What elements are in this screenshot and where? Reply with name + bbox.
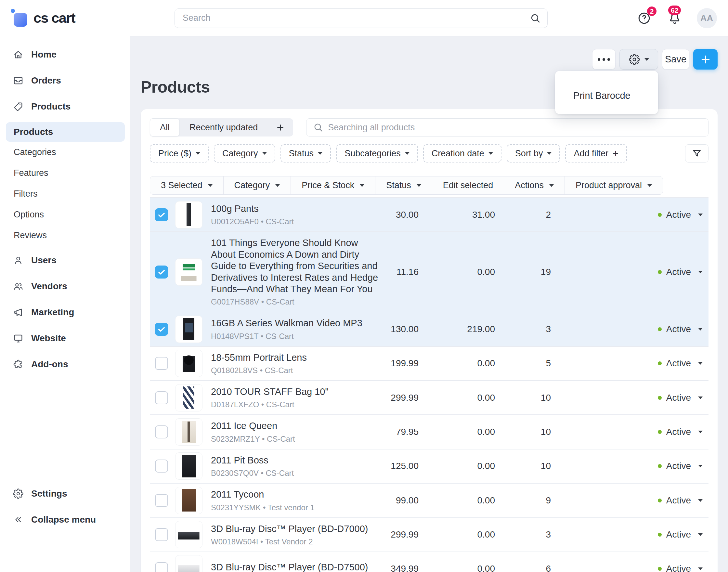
bulk-action-segment[interactable]: Actions [504, 176, 565, 194]
sidebar-item-collapse-menu[interactable]: Collapse menu [0, 507, 130, 533]
product-price[interactable]: 299.99 [380, 392, 419, 403]
bulk-action-segment[interactable]: Status [375, 176, 432, 194]
add-tab-button[interactable] [268, 118, 293, 137]
product-status-dropdown[interactable]: Active [658, 358, 703, 368]
sidebar-item-marketing[interactable]: Marketing [0, 299, 130, 325]
product-list-price[interactable]: 0.00 [419, 564, 495, 572]
add-product-button[interactable] [693, 49, 718, 70]
product-quantity[interactable]: 6 [495, 564, 551, 572]
product-list-price[interactable]: 219.00 [419, 324, 495, 335]
product-list-price[interactable]: 0.00 [419, 461, 495, 471]
product-status-dropdown[interactable]: Active [658, 392, 703, 403]
help-button[interactable]: 2 [636, 10, 652, 26]
filter-chip[interactable]: Creation date [423, 144, 502, 162]
sidebar-item-vendors[interactable]: Vendors [0, 273, 130, 299]
product-name[interactable]: 2011 Ice Queen [211, 420, 380, 432]
brand-logo[interactable]: cs cart [0, 0, 130, 28]
avatar[interactable]: AA [697, 8, 717, 28]
product-status-dropdown[interactable]: Active [658, 495, 703, 506]
more-actions-button[interactable] [592, 49, 615, 70]
product-image[interactable] [175, 384, 203, 412]
sidebar-subitem[interactable]: Categories [6, 142, 125, 162]
product-status-dropdown[interactable]: Active [658, 324, 703, 335]
row-checkbox[interactable] [155, 266, 168, 279]
product-image[interactable] [175, 315, 203, 343]
sidebar-subitem[interactable]: Options [6, 204, 125, 225]
product-price[interactable]: 299.99 [380, 529, 419, 540]
product-price[interactable]: 349.99 [380, 564, 419, 572]
sidebar-subitem[interactable]: Reviews [6, 225, 125, 246]
sidebar-item-home[interactable]: Home [0, 42, 130, 68]
product-image[interactable] [175, 418, 203, 445]
product-name[interactable]: 3D Blu-ray Disc™ Player (BD-D7000) [211, 523, 380, 534]
product-status-dropdown[interactable]: Active [658, 529, 703, 540]
sidebar-subitem[interactable]: Filters [6, 183, 125, 204]
product-price[interactable]: 30.00 [380, 210, 419, 220]
product-price[interactable]: 11.16 [380, 267, 419, 277]
product-quantity[interactable]: 2 [495, 210, 551, 220]
product-status-dropdown[interactable]: Active [658, 427, 703, 437]
product-name[interactable]: 2010 TOUR STAFF Bag 10" [211, 386, 380, 398]
sidebar-item-website[interactable]: Website [0, 325, 130, 351]
product-image[interactable] [175, 521, 203, 548]
product-list-price[interactable]: 0.00 [419, 358, 495, 368]
product-price[interactable]: 79.95 [380, 427, 419, 437]
product-image[interactable] [175, 452, 203, 480]
product-name[interactable]: 100g Pants [211, 203, 380, 214]
product-name[interactable]: 101 Things Everyone Should Know About Ec… [211, 237, 380, 295]
product-name[interactable]: 2011 Tycoon [211, 489, 380, 500]
sidebar-subitem[interactable]: Features [6, 162, 125, 183]
global-search-input[interactable] [174, 8, 548, 28]
product-list-price[interactable]: 0.00 [419, 267, 495, 277]
product-price[interactable]: 99.00 [380, 495, 419, 506]
product-list-price[interactable]: 31.00 [419, 210, 495, 220]
product-status-dropdown[interactable]: Active [658, 564, 703, 572]
menu-item-print-barcode[interactable]: Print Barocde [555, 82, 658, 109]
product-list-price[interactable]: 0.00 [419, 392, 495, 403]
save-button[interactable]: Save [662, 49, 689, 70]
product-image[interactable] [175, 259, 203, 286]
row-checkbox[interactable] [155, 208, 168, 221]
product-quantity[interactable]: 19 [495, 267, 551, 277]
sidebar-subitem-products-active[interactable]: Products [6, 122, 125, 142]
product-price[interactable]: 130.00 [380, 324, 419, 335]
filter-chip[interactable]: Sort by [507, 144, 560, 162]
product-name[interactable]: 3D Blu-ray Disc™ Player (BD-D7500) [211, 562, 380, 572]
product-list-price[interactable]: 0.00 [419, 529, 495, 540]
sidebar-item-users[interactable]: Users [0, 247, 130, 273]
bulk-action-segment[interactable]: Product approval [565, 176, 663, 194]
row-checkbox[interactable] [155, 494, 168, 507]
bulk-action-segment[interactable]: Category [224, 176, 291, 194]
filter-chip[interactable]: Add filter + [565, 144, 627, 162]
products-search-input[interactable] [306, 118, 709, 137]
product-price[interactable]: 199.99 [380, 358, 419, 368]
product-image[interactable] [175, 555, 203, 572]
product-quantity[interactable]: 10 [495, 392, 551, 403]
advanced-filter-button[interactable] [685, 144, 709, 162]
product-list-price[interactable]: 0.00 [419, 495, 495, 506]
filter-chip[interactable]: Subcategories [336, 144, 418, 162]
filter-chip[interactable]: Category [214, 144, 275, 162]
notifications-button[interactable]: 62 [667, 10, 682, 26]
product-name[interactable]: 16GB A Series Walkman Video MP3 [211, 317, 380, 329]
product-status-dropdown[interactable]: Active [658, 210, 703, 220]
product-quantity[interactable]: 5 [495, 358, 551, 368]
filter-chip[interactable]: Status [281, 144, 331, 162]
product-quantity[interactable]: 10 [495, 427, 551, 437]
filter-chip[interactable]: Price ($) [150, 144, 209, 162]
bulk-action-segment[interactable]: Edit selected [432, 176, 504, 194]
product-name[interactable]: 2011 Pit Boss [211, 455, 380, 466]
tab-all[interactable]: All [150, 118, 180, 137]
product-status-dropdown[interactable]: Active [658, 267, 703, 277]
product-image[interactable] [175, 350, 203, 377]
bulk-action-segment[interactable]: 3 Selected [150, 176, 224, 194]
product-image[interactable] [175, 487, 203, 514]
product-status-dropdown[interactable]: Active [658, 461, 703, 471]
bulk-action-segment[interactable]: Price & Stock [291, 176, 375, 194]
product-price[interactable]: 125.00 [380, 461, 419, 471]
row-checkbox[interactable] [155, 425, 168, 438]
row-checkbox[interactable] [155, 391, 168, 404]
row-checkbox[interactable] [155, 323, 168, 336]
product-quantity[interactable]: 3 [495, 529, 551, 540]
row-checkbox[interactable] [155, 562, 168, 572]
